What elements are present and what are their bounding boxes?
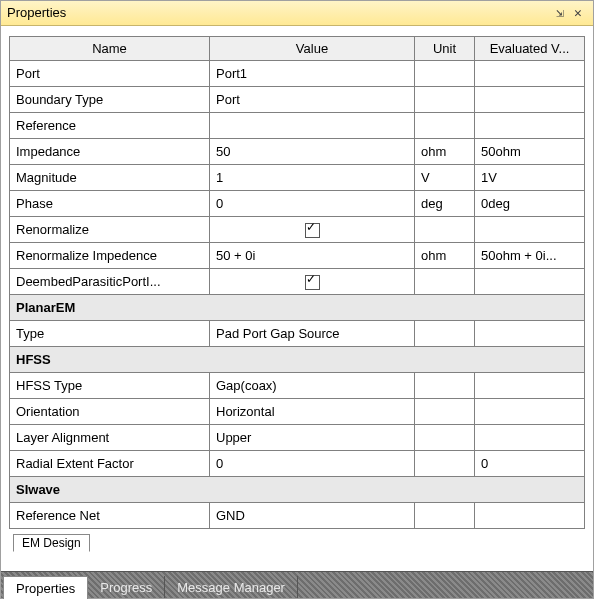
section-header: HFSS (10, 347, 585, 373)
cell-value[interactable]: 50 (210, 139, 415, 165)
table-row[interactable]: Layer AlignmentUpper (10, 425, 585, 451)
properties-grid: Name Value Unit Evaluated V... PortPort1… (9, 36, 585, 529)
properties-panel: Properties ⇲ ✕ Name Value Unit Evaluated… (0, 0, 594, 599)
cell-name: Port (10, 61, 210, 87)
pin-icon[interactable]: ⇲ (551, 1, 569, 25)
tab-progress[interactable]: Progress (88, 576, 165, 598)
checkbox-icon[interactable] (305, 223, 320, 238)
tab-em-design[interactable]: EM Design (13, 534, 90, 552)
cell-unit (415, 399, 475, 425)
col-eval[interactable]: Evaluated V... (475, 37, 585, 61)
cell-value[interactable]: 50 + 0i (210, 243, 415, 269)
cell-evaluated (475, 113, 585, 139)
table-row[interactable]: Renormalize Impedence50 + 0iohm50ohm + 0… (10, 243, 585, 269)
cell-name: Reference Net (10, 503, 210, 529)
cell-value[interactable]: Horizontal (210, 399, 415, 425)
cell-unit (415, 451, 475, 477)
table-row[interactable]: TypePad Port Gap Source (10, 321, 585, 347)
cell-name: DeembedParasiticPortI... (10, 269, 210, 295)
table-row[interactable]: SIwave (10, 477, 585, 503)
grid-header-row: Name Value Unit Evaluated V... (10, 37, 585, 61)
col-name[interactable]: Name (10, 37, 210, 61)
cell-value[interactable]: Port (210, 87, 415, 113)
table-row[interactable]: PortPort1 (10, 61, 585, 87)
col-unit[interactable]: Unit (415, 37, 475, 61)
cell-evaluated: 0deg (475, 191, 585, 217)
cell-name: Reference (10, 113, 210, 139)
cell-evaluated (475, 61, 585, 87)
cell-evaluated: 0 (475, 451, 585, 477)
cell-name: Type (10, 321, 210, 347)
bottom-tabstrip: Properties Progress Message Manager (1, 571, 593, 598)
cell-evaluated: 50ohm + 0i... (475, 243, 585, 269)
panel-title: Properties (7, 1, 551, 25)
cell-value[interactable]: Gap(coax) (210, 373, 415, 399)
cell-unit (415, 217, 475, 243)
cell-value[interactable]: Pad Port Gap Source (210, 321, 415, 347)
titlebar: Properties ⇲ ✕ (1, 1, 593, 26)
cell-value[interactable]: Port1 (210, 61, 415, 87)
cell-name: Radial Extent Factor (10, 451, 210, 477)
panel-body: Name Value Unit Evaluated V... PortPort1… (1, 26, 593, 571)
tab-properties[interactable]: Properties (3, 576, 88, 599)
cell-unit (415, 373, 475, 399)
section-header: SIwave (10, 477, 585, 503)
cell-name: Renormalize Impedence (10, 243, 210, 269)
cell-unit (415, 321, 475, 347)
table-row[interactable]: Reference NetGND (10, 503, 585, 529)
cell-evaluated: 50ohm (475, 139, 585, 165)
cell-unit (415, 425, 475, 451)
cell-evaluated (475, 87, 585, 113)
cell-unit: V (415, 165, 475, 191)
table-row[interactable]: HFSS TypeGap(coax) (10, 373, 585, 399)
cell-evaluated (475, 503, 585, 529)
tab-message-manager[interactable]: Message Manager (165, 576, 298, 598)
table-row[interactable]: Phase0deg0deg (10, 191, 585, 217)
cell-name: Renormalize (10, 217, 210, 243)
table-row[interactable]: Radial Extent Factor00 (10, 451, 585, 477)
section-header: PlanarEM (10, 295, 585, 321)
checkbox-icon[interactable] (305, 275, 320, 290)
table-row[interactable]: Impedance50ohm50ohm (10, 139, 585, 165)
cell-evaluated (475, 373, 585, 399)
cell-value-checkbox[interactable] (210, 269, 415, 295)
cell-value[interactable]: Upper (210, 425, 415, 451)
table-row[interactable]: Renormalize (10, 217, 585, 243)
cell-evaluated (475, 217, 585, 243)
cell-unit: deg (415, 191, 475, 217)
cell-value-checkbox[interactable] (210, 217, 415, 243)
cell-value[interactable]: 0 (210, 191, 415, 217)
table-row[interactable]: Boundary TypePort (10, 87, 585, 113)
cell-evaluated (475, 321, 585, 347)
cell-unit (415, 87, 475, 113)
cell-name: Impedance (10, 139, 210, 165)
cell-unit: ohm (415, 243, 475, 269)
cell-name: HFSS Type (10, 373, 210, 399)
cell-unit (415, 61, 475, 87)
cell-name: Orientation (10, 399, 210, 425)
table-row[interactable]: Magnitude1V1V (10, 165, 585, 191)
cell-unit (415, 113, 475, 139)
cell-value[interactable]: GND (210, 503, 415, 529)
col-value[interactable]: Value (210, 37, 415, 61)
cell-name: Phase (10, 191, 210, 217)
cell-unit (415, 503, 475, 529)
table-row[interactable]: OrientationHorizontal (10, 399, 585, 425)
cell-name: Magnitude (10, 165, 210, 191)
cell-name: Boundary Type (10, 87, 210, 113)
cell-value[interactable]: 0 (210, 451, 415, 477)
cell-evaluated: 1V (475, 165, 585, 191)
cell-evaluated (475, 425, 585, 451)
cell-evaluated (475, 399, 585, 425)
table-row[interactable]: Reference (10, 113, 585, 139)
cell-value[interactable]: 1 (210, 165, 415, 191)
cell-value[interactable] (210, 113, 415, 139)
table-row[interactable]: HFSS (10, 347, 585, 373)
cell-unit: ohm (415, 139, 475, 165)
cell-name: Layer Alignment (10, 425, 210, 451)
close-icon[interactable]: ✕ (569, 1, 587, 25)
inner-tabstrip: EM Design (13, 533, 585, 553)
cell-unit (415, 269, 475, 295)
table-row[interactable]: DeembedParasiticPortI... (10, 269, 585, 295)
table-row[interactable]: PlanarEM (10, 295, 585, 321)
